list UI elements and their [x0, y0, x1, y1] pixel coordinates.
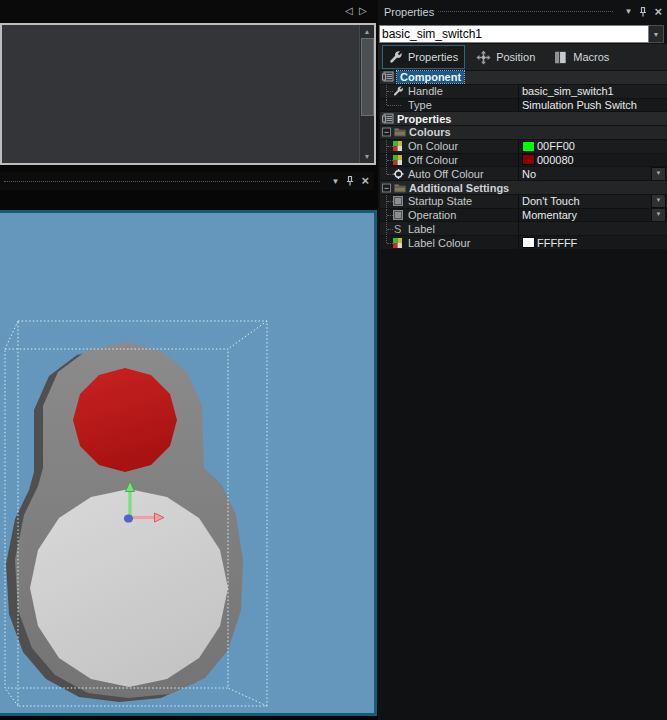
- property-row-type[interactable]: Type Simulation Push Switch: [380, 99, 667, 113]
- collapse-icon[interactable]: −: [382, 128, 391, 137]
- group-row-colours[interactable]: − Colours: [380, 126, 667, 140]
- section-row-properties[interactable]: Properties: [380, 112, 667, 126]
- tab-label: Properties: [408, 51, 458, 63]
- property-label: Off Colour: [408, 154, 458, 166]
- group-label: Additional Settings: [409, 182, 509, 194]
- dropdown-button[interactable]: ▼: [651, 209, 666, 222]
- panel-menu-icon[interactable]: ▼: [624, 7, 632, 16]
- dropdown-button[interactable]: ▼: [651, 167, 666, 180]
- property-row-auto-off-colour[interactable]: Auto Off Colour No ▼: [380, 167, 667, 181]
- property-value[interactable]: No: [522, 168, 536, 180]
- form-icon: [382, 113, 394, 125]
- macros-icon: [553, 50, 568, 65]
- property-row-off-colour[interactable]: Off Colour 000080: [380, 154, 667, 168]
- colour-palette-icon: [393, 238, 402, 248]
- folder-icon: [394, 127, 406, 137]
- property-row-label-colour[interactable]: Label Colour FFFFFF: [380, 236, 667, 250]
- scroll-tabs-left-icon[interactable]: ◁: [345, 6, 353, 16]
- property-row-startup-state[interactable]: Startup State Don't Touch ▼: [380, 195, 667, 209]
- property-value[interactable]: 000080: [537, 154, 574, 166]
- section-label: Properties: [397, 113, 451, 125]
- tab-label: Position: [496, 51, 535, 63]
- component-name-input[interactable]: [379, 25, 649, 43]
- property-value[interactable]: basic_sim_switch1: [522, 85, 614, 97]
- move-icon: [476, 50, 491, 65]
- folder-icon: [394, 183, 406, 193]
- scroll-up-icon[interactable]: ▲: [360, 25, 374, 38]
- tab-macros[interactable]: Macros: [546, 45, 616, 69]
- 3d-viewport[interactable]: [0, 210, 377, 716]
- property-value: Simulation Push Switch: [522, 99, 637, 111]
- dock-panel-header: ▼ ×: [0, 172, 374, 190]
- wrench-icon: [389, 50, 403, 64]
- scrollbar-thumb[interactable]: [361, 38, 374, 116]
- list-icon: [393, 196, 403, 207]
- 3d-scene: [0, 210, 377, 716]
- panel-title: Properties: [384, 6, 434, 18]
- property-label: On Colour: [408, 140, 458, 152]
- tab-label: Macros: [573, 51, 609, 63]
- close-icon[interactable]: ×: [654, 6, 662, 18]
- scroll-tabs-right-icon[interactable]: ▷: [359, 6, 367, 16]
- property-label: Operation: [408, 209, 456, 221]
- string-type-icon: S: [394, 223, 401, 234]
- property-grid: Component Handle basic_sim_switch1 Type …: [380, 71, 667, 250]
- property-row-on-colour[interactable]: On Colour 00FF00: [380, 140, 667, 154]
- origin-dot-icon: [124, 514, 133, 522]
- group-label: Colours: [409, 126, 451, 138]
- section-row-component[interactable]: Component: [380, 71, 667, 85]
- scroll-down-icon[interactable]: ▼: [360, 150, 374, 163]
- vertical-scrollbar[interactable]: ▲ ▼: [359, 25, 374, 163]
- properties-panel-header: Properties ▼ ×: [378, 0, 667, 23]
- colour-swatch[interactable]: [522, 237, 535, 248]
- wrench-icon: [393, 86, 404, 97]
- property-label: Label Colour: [408, 237, 470, 249]
- section-label: Component: [397, 71, 464, 83]
- panel-tabs: Properties Position Macros: [378, 44, 667, 70]
- properties-panel: Properties ▼ × ▼ Properties Position Mac…: [378, 0, 667, 720]
- property-value[interactable]: Momentary: [522, 209, 577, 221]
- property-value[interactable]: FFFFFF: [537, 237, 577, 249]
- property-label: Startup State: [408, 195, 472, 207]
- document-panel: ▲ ▼: [0, 23, 376, 165]
- form-icon: [382, 71, 394, 83]
- colour-palette-icon: [393, 141, 402, 151]
- property-label: Label: [408, 223, 435, 235]
- list-icon: [393, 210, 403, 221]
- group-row-additional-settings[interactable]: − Additional Settings: [380, 181, 667, 195]
- component-name-row: ▼: [379, 25, 666, 43]
- dropdown-button[interactable]: ▼: [651, 195, 666, 208]
- colour-palette-icon: [393, 155, 402, 165]
- close-icon[interactable]: ×: [361, 175, 369, 187]
- plus-circle-icon: [393, 168, 404, 179]
- colour-swatch[interactable]: [522, 141, 535, 152]
- pin-icon[interactable]: [637, 6, 649, 18]
- tab-properties[interactable]: Properties: [382, 45, 465, 69]
- component-name-dropdown-button[interactable]: ▼: [649, 25, 664, 43]
- tab-position[interactable]: Position: [469, 45, 542, 69]
- header-dotted-leader: [438, 11, 613, 12]
- property-row-operation[interactable]: Operation Momentary ▼: [380, 209, 667, 223]
- property-row-handle[interactable]: Handle basic_sim_switch1: [380, 85, 667, 99]
- property-label: Auto Off Colour: [408, 168, 484, 180]
- panel-menu-icon[interactable]: ▼: [331, 177, 339, 186]
- header-dotted-leader: [4, 181, 320, 182]
- property-row-label[interactable]: S Label: [380, 222, 667, 236]
- colour-swatch[interactable]: [522, 154, 535, 165]
- document-tab-strip: ◁ ▷: [0, 0, 378, 23]
- property-label: Handle: [408, 85, 443, 97]
- property-value[interactable]: Don't Touch: [522, 195, 580, 207]
- collapse-icon[interactable]: −: [382, 183, 391, 192]
- property-value[interactable]: 00FF00: [537, 140, 575, 152]
- property-label: Type: [408, 99, 432, 111]
- pin-icon[interactable]: [344, 175, 356, 187]
